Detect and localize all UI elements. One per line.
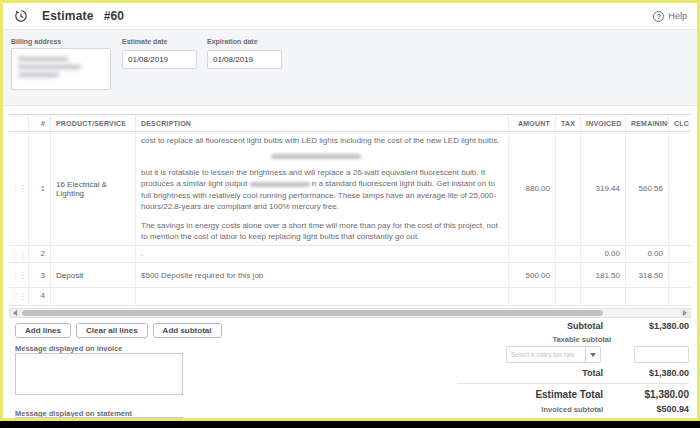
amount-cell[interactable]: [509, 246, 556, 262]
chevron-down-icon[interactable]: [586, 346, 601, 363]
help-button[interactable]: ? Help: [653, 11, 687, 22]
invoiced-subtotal-value: $500.94: [617, 404, 689, 414]
clc-cell: [669, 246, 691, 262]
scrollbar-thumb[interactable]: [22, 310, 603, 316]
description-paragraph: cost to replace all fluorescent light bu…: [141, 135, 503, 146]
billing-address-box[interactable]: [11, 48, 111, 90]
totals-panel: Subtotal $1,380.00 Taxable subtotal Sele…: [427, 321, 689, 421]
add-subtotal-button[interactable]: Add subtotal: [153, 323, 222, 338]
sales-tax-rate-select[interactable]: Select a sales tax rate: [506, 346, 601, 363]
remaining-cell: 0.00: [626, 246, 669, 262]
estimate-date-field: Estimate date: [122, 38, 197, 69]
table-row: ⋮⋮ 2 . 0.00 0.00: [9, 246, 691, 263]
tax-cell[interactable]: [556, 263, 581, 287]
remaining-subtotal-label: Remaining subtotal: [427, 419, 617, 421]
col-header-tax: TAX: [556, 115, 581, 131]
remaining-cell: 318.50: [626, 263, 669, 287]
table-row: ⋮⋮ 3 Deposit $500 Deposite required for …: [9, 263, 691, 288]
product-service-cell[interactable]: [51, 288, 136, 305]
description-cell[interactable]: $500 Deposite required for this job: [136, 263, 509, 287]
remaining-subtotal-row: Remaining subtotal $879.06: [427, 418, 689, 421]
line-actions: Add lines Clear all lines Add subtotal: [15, 323, 222, 338]
amount-cell[interactable]: [509, 288, 556, 305]
invoiced-cell: 0.00: [581, 246, 626, 262]
estimate-date-label: Estimate date: [122, 38, 197, 45]
drag-handle-icon[interactable]: ⋮⋮: [9, 246, 29, 262]
remaining-subtotal-value: $879.06: [617, 418, 689, 421]
total-value: $1,380.00: [617, 368, 689, 378]
drag-handle-icon[interactable]: ⋮⋮: [9, 288, 29, 305]
drag-column-header: [9, 115, 29, 131]
page-title-label: Estimate: [42, 9, 94, 23]
remaining-cell: [626, 288, 669, 305]
description-paragraph: The savings in energy costs alone over a…: [141, 220, 503, 242]
screenshot-root: Estimate#60 ? Help Billing address Estim…: [0, 0, 700, 428]
product-service-cell[interactable]: 16 Electrical & Lighting: [51, 132, 136, 245]
redacted-text: [271, 154, 361, 159]
taxable-subtotal-label: Taxable subtotal: [427, 335, 689, 344]
taxable-subtotal-input[interactable]: [634, 346, 689, 363]
tax-rate-row: Select a sales tax rate: [427, 346, 689, 363]
row-number: 4: [29, 288, 51, 305]
table-row: ⋮⋮ 4: [9, 288, 691, 306]
estimate-number: #60: [104, 9, 125, 23]
subtotal-row: Subtotal $1,380.00: [427, 321, 689, 331]
taxable-subtotal-row: Taxable subtotal: [427, 335, 689, 344]
description-cell[interactable]: .: [136, 246, 509, 262]
drag-handle-icon[interactable]: ⋮⋮: [9, 132, 29, 245]
amount-cell[interactable]: 880.00: [509, 132, 556, 245]
invoice-message-textarea[interactable]: [15, 353, 183, 395]
amount-cell[interactable]: 500.00: [509, 263, 556, 287]
history-icon[interactable]: [13, 9, 28, 24]
row-number: 2: [29, 246, 51, 262]
statement-message-textarea[interactable]: [15, 417, 183, 421]
help-icon: ?: [653, 11, 664, 22]
redacted-address-line: [18, 57, 68, 61]
expiration-date-label: Expiration date: [207, 38, 282, 45]
sales-tax-rate-placeholder[interactable]: Select a sales tax rate: [506, 346, 586, 363]
row-number: 1: [29, 132, 51, 245]
col-header-description: DESCRIPTION: [136, 115, 509, 131]
invoiced-subtotal-row: Invoiced subtotal $500.94: [427, 404, 689, 414]
redacted-text: [250, 182, 310, 187]
line-items-table: # PRODUCT/SERVICE DESCRIPTION AMOUNT TAX…: [9, 114, 691, 306]
horizontal-scrollbar[interactable]: [9, 308, 691, 318]
total-label: Total: [427, 368, 617, 378]
invoiced-subtotal-label: Invoiced subtotal: [427, 405, 617, 414]
col-header-invoiced: INVOICED: [581, 115, 626, 131]
description-cell[interactable]: [136, 288, 509, 305]
scroll-right-arrow-icon[interactable]: [680, 309, 690, 317]
estimate-total-row: Estimate Total $1,380.00: [427, 389, 689, 400]
col-header-product-service: PRODUCT/SERVICE: [51, 115, 136, 131]
billing-address-label: Billing address: [11, 38, 111, 45]
description-paragraph: but it is rotatable to lessen the bright…: [141, 167, 503, 212]
subtotal-label: Subtotal: [427, 321, 617, 331]
remaining-cell: 560.56: [626, 132, 669, 245]
product-service-cell[interactable]: Deposit: [51, 263, 136, 287]
tax-cell[interactable]: [556, 246, 581, 262]
estimate-date-input[interactable]: [122, 50, 197, 69]
tax-cell[interactable]: [556, 288, 581, 305]
invoiced-cell: [581, 288, 626, 305]
expiration-date-field: Expiration date: [207, 38, 282, 69]
add-lines-button[interactable]: Add lines: [15, 323, 71, 338]
scroll-left-arrow-icon[interactable]: [10, 309, 20, 317]
totals-divider: [457, 383, 689, 384]
bottom-section: Add lines Clear all lines Add subtotal M…: [3, 321, 697, 421]
table-header-row: # PRODUCT/SERVICE DESCRIPTION AMOUNT TAX…: [9, 115, 691, 132]
help-label: Help: [668, 11, 687, 21]
drag-handle-icon[interactable]: ⋮⋮: [9, 263, 29, 287]
row-number: 3: [29, 263, 51, 287]
billing-address-field: Billing address: [11, 38, 111, 90]
top-header-bar: Estimate#60 ? Help: [3, 3, 697, 29]
redacted-address-line: [18, 65, 81, 69]
tax-cell[interactable]: [556, 132, 581, 245]
product-service-cell[interactable]: [51, 246, 136, 262]
scrollbar-track[interactable]: [20, 309, 680, 317]
clear-all-lines-button[interactable]: Clear all lines: [76, 323, 148, 338]
total-row: Total $1,380.00: [427, 368, 689, 378]
description-cell[interactable]: cost to replace all fluorescent light bu…: [136, 132, 509, 245]
subtotal-value: $1,380.00: [617, 321, 689, 331]
expiration-date-input[interactable]: [207, 50, 282, 69]
clc-cell: [669, 288, 691, 305]
